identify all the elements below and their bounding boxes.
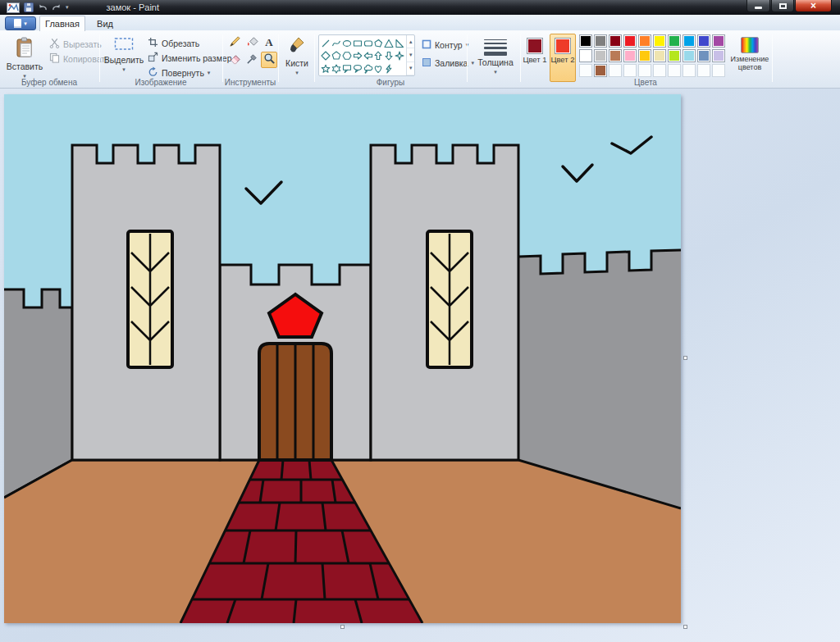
palette-swatch[interactable]: [668, 64, 681, 77]
edit-colors-button[interactable]: Изменение цветов: [730, 34, 769, 83]
color1-button[interactable]: Цвет 1: [522, 34, 548, 82]
palette-swatch[interactable]: [712, 64, 725, 77]
shape-arrow-left[interactable]: [363, 50, 373, 63]
canvas-resize-handle-right[interactable]: [683, 356, 687, 360]
magnifier-tool[interactable]: [261, 52, 277, 68]
tab-view[interactable]: Вид: [89, 16, 121, 31]
paste-button[interactable]: Вставить ▾: [5, 34, 44, 80]
shape-arrow-right[interactable]: [352, 50, 363, 63]
palette-swatch[interactable]: [623, 64, 637, 77]
crop-button[interactable]: Обрезать: [146, 36, 201, 50]
qat-dropdown-icon[interactable]: ▾: [66, 4, 69, 11]
shape-star-5[interactable]: [321, 62, 331, 75]
palette-swatch[interactable]: [579, 64, 592, 77]
brushes-button[interactable]: Кисти ▾: [281, 34, 313, 77]
eraser-tool[interactable]: [226, 52, 243, 68]
palette-swatch[interactable]: [623, 34, 637, 48]
fill-tool[interactable]: [244, 34, 260, 51]
pencil-tool[interactable]: [226, 34, 243, 51]
palette-swatch[interactable]: [579, 34, 592, 48]
palette-swatch[interactable]: [712, 34, 725, 48]
shape-polygon[interactable]: [373, 37, 384, 50]
gallery-more-button[interactable]: ▼: [407, 62, 414, 75]
gallery-scroll-up-button[interactable]: ▲: [407, 35, 414, 48]
group-separator: [314, 34, 315, 82]
shape-star-6[interactable]: [331, 62, 342, 75]
shape-callout-cloud[interactable]: [363, 62, 373, 75]
palette-swatch[interactable]: [697, 49, 710, 62]
shape-rect[interactable]: [352, 37, 363, 50]
canvas-resize-handle-bottom[interactable]: [340, 625, 345, 629]
palette-swatch[interactable]: [594, 34, 607, 48]
gallery-scroll-down-button[interactable]: ▼: [407, 48, 414, 61]
palette-swatch[interactable]: [594, 49, 607, 62]
palette-swatch[interactable]: [638, 34, 651, 48]
palette-swatch[interactable]: [668, 34, 681, 48]
save-icon[interactable]: [24, 2, 34, 12]
close-button[interactable]: ×: [795, 0, 832, 12]
palette-swatch[interactable]: [682, 64, 696, 77]
palette-swatch[interactable]: [609, 34, 622, 48]
cut-button[interactable]: Вырезать: [48, 37, 103, 51]
color-picker-tool[interactable]: [244, 52, 260, 68]
palette-swatch[interactable]: [609, 64, 622, 77]
palette-swatch[interactable]: [712, 49, 725, 62]
rotate-label: Повернуть: [162, 68, 204, 78]
shape-heart[interactable]: [373, 62, 384, 75]
palette-swatch[interactable]: [638, 49, 651, 62]
outline-button[interactable]: Контур ▾: [420, 38, 470, 52]
select-button[interactable]: Выделить ▾: [105, 34, 143, 74]
shape-oval[interactable]: [342, 37, 353, 50]
size-button[interactable]: Толщина ▾: [476, 34, 515, 76]
maximize-button[interactable]: [771, 0, 794, 12]
palette-swatch[interactable]: [682, 49, 696, 62]
palette-swatch[interactable]: [609, 49, 622, 62]
brushes-label: Кисти: [285, 58, 308, 68]
chevron-down-icon: ▾: [494, 69, 497, 75]
ribbon: Вставить ▾ Вырезать Копировать Буфер обм…: [0, 31, 840, 89]
shape-diamond[interactable]: [321, 50, 331, 63]
shape-fill-icon: [422, 57, 431, 69]
palette-swatch[interactable]: [682, 34, 696, 48]
minimize-button[interactable]: [746, 0, 770, 12]
palette-swatch[interactable]: [594, 64, 607, 77]
shape-arrow-down[interactable]: [384, 50, 395, 63]
palette-swatch[interactable]: [638, 64, 651, 77]
resize-button[interactable]: Изменить размер: [146, 51, 234, 65]
undo-icon[interactable]: [38, 3, 48, 12]
palette-swatch[interactable]: [653, 34, 666, 48]
paint-menu-button[interactable]: ▾: [5, 16, 36, 30]
palette-swatch[interactable]: [579, 49, 592, 62]
shape-pentagon[interactable]: [331, 50, 342, 63]
shape-callout-oval[interactable]: [352, 62, 363, 75]
paint-app-icon[interactable]: [7, 2, 20, 13]
text-tool[interactable]: A: [261, 34, 277, 51]
shape-hexagon[interactable]: [342, 50, 353, 63]
copy-button[interactable]: Копировать: [48, 52, 112, 66]
shape-callout-rect[interactable]: [342, 62, 353, 75]
shape-right-triangle[interactable]: [395, 37, 405, 50]
text-tool-icon: A: [265, 36, 272, 49]
shape-curve[interactable]: [331, 37, 342, 50]
palette-swatch[interactable]: [668, 49, 681, 62]
colors-group-label: Цвета: [520, 78, 771, 87]
palette-swatch[interactable]: [697, 64, 710, 77]
shape-arrow-up[interactable]: [373, 50, 384, 63]
palette-swatch[interactable]: [623, 49, 637, 62]
canvas-resize-handle-corner[interactable]: [683, 625, 687, 629]
tab-home[interactable]: Главная: [39, 16, 85, 31]
color2-button[interactable]: Цвет 2: [550, 34, 576, 82]
palette-swatch[interactable]: [697, 34, 710, 48]
palette-swatch[interactable]: [653, 64, 666, 77]
shape-rounded-rect[interactable]: [363, 37, 373, 50]
size-label: Толщина: [477, 57, 513, 67]
shape-triangle[interactable]: [384, 37, 395, 50]
palette-swatch[interactable]: [653, 49, 666, 62]
redo-icon[interactable]: [52, 3, 62, 12]
pencil-icon: [229, 35, 241, 51]
crop-icon: [148, 37, 158, 49]
drawing-canvas[interactable]: [4, 94, 681, 623]
shape-line[interactable]: [321, 37, 331, 50]
shape-star-4[interactable]: [395, 50, 405, 63]
shape-lightning[interactable]: [384, 62, 395, 75]
